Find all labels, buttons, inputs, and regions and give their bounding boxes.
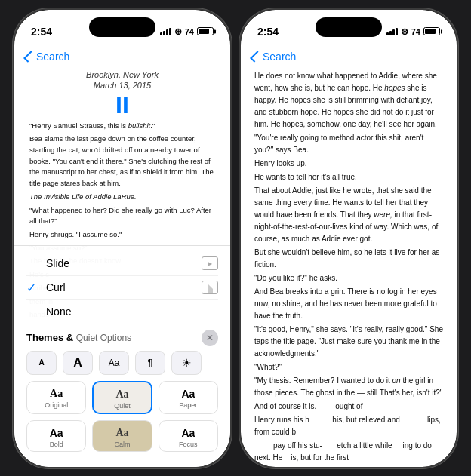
brightness-btn[interactable]: ☀ — [171, 351, 202, 375]
themes-title: Themes & Quiet Options — [26, 332, 131, 343]
font-small-label: A — [38, 358, 44, 367]
left-screen: 2:54 ⊛ 74 — [14, 10, 230, 467]
rp-10: "My thesis. Remember? I wanted to do it … — [254, 375, 443, 399]
font-controls: A A Aa ¶ ☀ — [26, 351, 218, 375]
battery-icon-left — [197, 27, 214, 35]
back-label-right: Search — [263, 51, 296, 63]
para-3: "What happened to her? Did she really go… — [29, 205, 215, 227]
theme-focus-text: Aa — [181, 427, 195, 439]
back-button-right[interactable]: Search — [253, 51, 296, 63]
right-phone: 2:54 ⊛ 74 — [239, 8, 458, 468]
rp-11: And of course it is. ought of — [254, 401, 443, 413]
signal-icon — [160, 27, 171, 35]
nav-bar-left: Search — [14, 43, 230, 70]
dynamic-island-right — [316, 17, 382, 37]
slide-preview-icon: ▶ — [202, 256, 218, 270]
para-2: The Invisible Life of Addie LaRue. — [29, 192, 215, 203]
font-size-small-btn[interactable]: A — [26, 351, 57, 375]
signal-icon-right — [386, 27, 398, 35]
rp-8: "It's good, Henry," she says. "It's real… — [254, 324, 443, 360]
nav-bar-right: Search — [241, 43, 457, 70]
battery-level-right: 74 — [411, 27, 420, 36]
theme-calm-text: Aa — [115, 427, 128, 439]
wifi-icon: ⊛ — [174, 26, 182, 37]
phones-container: 2:54 ⊛ 74 — [0, 0, 471, 476]
rp-3: He wants to tell her it's all true. — [254, 171, 443, 183]
chevron-left-icon — [23, 51, 35, 63]
theme-card-quiet[interactable]: Aa Quiet — [92, 381, 152, 414]
close-button[interactable]: ✕ — [202, 330, 218, 346]
option-none[interactable]: ✓ None — [26, 300, 218, 324]
theme-card-paper[interactable]: Aa Paper — [159, 381, 218, 414]
rp-4: That about Addie, just like he wrote, th… — [254, 185, 443, 245]
theme-paper-label: Paper — [179, 401, 197, 409]
rp-12: Henry runs his h his, but relieved and l… — [254, 414, 443, 438]
time-right: 2:54 — [257, 26, 279, 38]
battery-icon-right — [423, 27, 440, 35]
book-location: Brooklyn, New York — [29, 70, 215, 79]
bottom-panel: ✓ Slide ▶ ✓ Curl — [14, 245, 230, 467]
checkmark-icon: ✓ — [26, 281, 40, 295]
option-slide-label: Slide — [46, 257, 69, 269]
page-turn-options: ✓ Slide ▶ ✓ Curl — [14, 246, 230, 327]
rp-7: And Bea breaks into a grin. There is no … — [254, 286, 443, 322]
option-slide[interactable]: ✓ Slide ▶ — [26, 252, 218, 276]
font-size-large-btn[interactable]: A — [63, 351, 93, 375]
theme-original-label: Original — [45, 401, 68, 409]
theme-quiet-label: Quiet — [114, 402, 131, 410]
status-icons-left: ⊛ 74 — [160, 26, 214, 37]
para-0: "Henry Samuel Strauss, this is bullshit.… — [29, 121, 215, 132]
dynamic-island — [89, 17, 155, 37]
theme-focus-label: Focus — [179, 441, 198, 448]
curl-preview-icon — [202, 281, 218, 294]
rp-1: "You're really going to method actor thi… — [254, 132, 443, 156]
paragraph-icon: ¶ — [148, 357, 153, 368]
option-curl-label: Curl — [46, 281, 66, 293]
font-large-label: A — [73, 356, 82, 370]
option-none-label: None — [46, 306, 71, 318]
para-4: Henry shrugs. "I assume so." — [29, 229, 215, 241]
theme-grid: Aa Original Aa Quiet Aa — [26, 381, 218, 464]
paragraph-btn[interactable]: ¶ — [135, 351, 165, 375]
back-label-left: Search — [36, 51, 69, 63]
status-icons-right: ⊛ 74 — [386, 26, 440, 37]
theme-quiet-text: Aa — [115, 388, 128, 401]
wifi-icon-right: ⊛ — [401, 26, 408, 37]
book-text-right: He does not know what happened to Addie,… — [241, 70, 457, 467]
themes-header: Themes & Quiet Options ✕ — [26, 330, 218, 346]
left-phone: 2:54 ⊛ 74 — [13, 8, 232, 468]
chapter-number: II — [29, 91, 215, 119]
font-type-btn[interactable]: Aa — [99, 351, 129, 375]
rp-9: "What?" — [254, 361, 443, 373]
theme-card-original[interactable]: Aa Original — [26, 381, 86, 414]
rp-0: He does not know what happened to Addie,… — [254, 70, 443, 131]
book-date: March 13, 2015 — [29, 81, 215, 90]
rp-13: pay off his stu- etch a little while ing… — [254, 440, 443, 464]
theme-bold-text: Aa — [50, 427, 63, 439]
themes-section: Themes & Quiet Options ✕ A A Aa — [14, 327, 230, 467]
rp-2: Henry looks up. — [254, 158, 443, 170]
theme-calm-label: Calm — [114, 441, 130, 448]
rp-14: has: sim, nd he's seen so little of it d… — [254, 465, 443, 467]
theme-card-focus[interactable]: Aa Focus — [159, 420, 218, 452]
theme-original-text: Aa — [50, 388, 63, 400]
chevron-left-icon-right — [250, 51, 262, 63]
brightness-icon: ☀ — [182, 357, 192, 369]
font-type-icon: Aa — [109, 358, 120, 368]
time-left: 2:54 — [31, 26, 52, 38]
option-curl[interactable]: ✓ Curl — [26, 276, 218, 300]
theme-paper-text: Aa — [181, 388, 195, 400]
battery-level: 74 — [185, 27, 194, 36]
theme-card-bold[interactable]: Aa Bold — [26, 420, 86, 452]
theme-bold-label: Bold — [50, 441, 63, 448]
rp-6: "Do you like it?" he asks. — [254, 272, 443, 284]
para-1: Bea slams the last page down on the coff… — [29, 134, 215, 189]
right-screen: 2:54 ⊛ 74 — [241, 10, 457, 467]
rp-5: But she wouldn't believe him, so he lets… — [254, 247, 443, 271]
theme-card-calm[interactable]: Aa Calm — [92, 420, 152, 452]
back-button-left[interactable]: Search — [26, 51, 69, 63]
